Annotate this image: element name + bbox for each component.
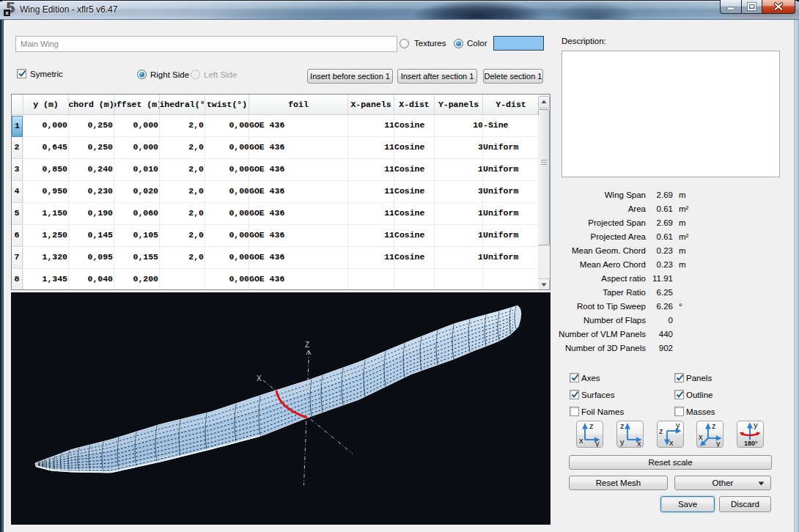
svg-text:z: z <box>589 421 594 430</box>
svg-text:z: z <box>712 421 716 430</box>
svg-text:y: y <box>754 421 758 429</box>
svg-text:y: y <box>676 421 680 429</box>
svg-text:z: z <box>659 426 663 435</box>
svg-text:z: z <box>620 421 625 430</box>
svg-text:y: y <box>716 439 721 447</box>
svg-text:X: X <box>257 374 262 383</box>
svg-text:Z: Z <box>305 341 309 349</box>
svg-text:x: x <box>669 438 674 447</box>
svg-text:x: x <box>637 439 641 447</box>
svg-text:x: x <box>699 432 703 441</box>
svg-text:x: x <box>579 436 583 445</box>
svg-text:y: y <box>595 439 600 447</box>
svg-text:180°: 180° <box>744 440 758 447</box>
svg-text:y: y <box>620 437 625 446</box>
